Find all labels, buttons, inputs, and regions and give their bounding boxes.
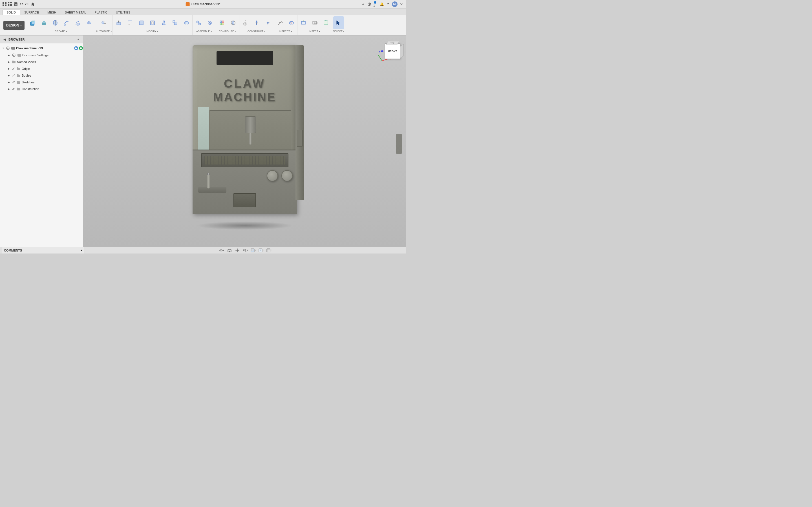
construction-vis-icon[interactable] [11,87,15,91]
new-tab-button[interactable]: + [361,2,365,6]
browser-item-construction[interactable]: ▶ Construction [0,86,83,93]
configure-tool2[interactable] [228,16,239,29]
sweep-tool[interactable] [61,16,72,29]
redo-button[interactable] [25,2,29,6]
zoom-button[interactable]: ▾ [242,247,248,253]
grid-icon[interactable] [2,2,7,6]
display-mode-button[interactable]: ▾ [250,247,256,253]
axis-tool[interactable] [251,16,262,29]
svg-line-88 [378,55,382,61]
construct-label[interactable]: CONSTRUCT ▾ [248,30,266,33]
tab-solid[interactable]: SOLID [2,10,20,15]
browser-item-sketches[interactable]: ▶ Sketches [0,79,83,86]
root-item[interactable]: ▾ Claw machine v13 [0,45,83,52]
automate-tool1[interactable] [98,16,109,29]
viewport-settings-button[interactable]: ▾ [218,247,225,253]
point-tool[interactable] [262,16,273,29]
sketches-toggle[interactable]: ▶ [7,80,11,84]
browser-add-button[interactable]: + [76,37,81,42]
combine-tool[interactable] [181,16,192,29]
named-views-toggle[interactable]: ▶ [7,60,11,64]
construction-toggle[interactable]: ▶ [7,87,11,91]
mirror-tool[interactable] [84,16,94,29]
viewport[interactable]: CLAW MACHINE [83,36,406,247]
origin-toggle[interactable]: ▶ [7,67,11,71]
main-area: ◀ BROWSER + ▾ Claw machine v [0,36,406,247]
shell-tool[interactable] [147,16,158,29]
insert-label[interactable]: INSERT ▾ [309,30,320,33]
select-label[interactable]: SELECT ▾ [333,30,345,33]
visual-style-button[interactable]: ▾ [258,247,264,253]
collapse-button[interactable]: ◀ [2,37,7,42]
fillet-tool[interactable] [124,16,135,29]
plane-tool[interactable] [240,16,251,29]
svg-point-28 [77,21,79,22]
viewcube-top-face[interactable]: TOP [386,41,399,45]
configure-label[interactable]: CONFIGURE ▾ [219,30,236,33]
bodies-vis-icon[interactable] [11,73,15,77]
claw-machine-model: CLAW MACHINE [191,40,298,226]
interference-tool[interactable] [286,16,297,29]
revolve-tool[interactable] [50,16,61,29]
update-icon[interactable] [367,2,371,6]
origin-vis-icon[interactable] [11,67,15,71]
tab-utilities[interactable]: UTILITIES [112,10,135,15]
design-button[interactable]: DESIGN ▾ [3,21,24,30]
comments-add-button[interactable]: + [81,249,82,252]
bodies-toggle[interactable]: ▶ [7,73,11,77]
help-icon[interactable]: ? [386,2,390,6]
insert-canvas-tool[interactable] [298,16,309,29]
browser-item-document-settings[interactable]: ▶ Document Settings [0,52,83,59]
insert-svg-tool[interactable] [320,16,331,29]
modify-label[interactable]: MODIFY ▾ [147,30,158,33]
joint-tool[interactable] [193,16,204,29]
create-label[interactable]: CREATE ▾ [55,30,67,33]
assemble-label[interactable]: ASSEMBLE ▾ [196,30,212,33]
tab-mesh[interactable]: MESH [43,10,61,15]
app-title: Claw machine v13* [186,2,220,6]
tab-surface[interactable]: SURFACE [20,10,43,15]
viewcube-front-face[interactable]: FRONT [385,43,400,59]
scale-tool[interactable] [170,16,181,29]
machine-text-machine: MACHINE [213,91,276,104]
close-button[interactable]: ✕ [399,2,404,6]
select-tool[interactable] [333,16,344,29]
chamfer-tool[interactable] [136,16,147,29]
sketches-vis-icon[interactable] [11,80,15,84]
motion-tool[interactable] [204,16,215,29]
viewcube-right-face[interactable] [400,44,404,58]
doc-settings-toggle[interactable]: ▶ [7,53,11,57]
measure-tool[interactable]: mm [274,16,285,29]
configure-tool1[interactable] [216,16,227,29]
tab-sheet-metal[interactable]: SHEET METAL [61,10,90,15]
browser-item-origin[interactable]: ▶ Origin [0,65,83,72]
home-button[interactable] [31,2,35,6]
inspect-label[interactable]: INSPECT ▾ [279,30,292,33]
loft-tool[interactable] [72,16,83,29]
viewcube-front-label: FRONT [388,50,397,53]
new-body-tool[interactable] [28,16,38,29]
settings-icon [11,53,16,57]
undo-button[interactable] [19,2,24,6]
notification-icon[interactable]: 🔔 [379,2,384,6]
browser-item-bodies[interactable]: ▶ Bodies [0,72,83,79]
root-vis-icon[interactable] [6,46,10,50]
root-toggle[interactable]: ▾ [1,46,5,50]
pan-button[interactable] [234,247,241,253]
automate-label[interactable]: AUTOMATE ▾ [96,30,112,33]
save-button[interactable] [13,2,18,6]
tab-plastic[interactable]: PLASTIC [90,10,112,15]
user-count-icon[interactable]: 👤1 [373,2,378,6]
svg-rect-51 [220,21,221,22]
grid-display-button[interactable]: ▾ [266,247,272,253]
select-label-text: SELECT ▾ [333,30,345,33]
camera-button[interactable] [226,247,233,253]
draft-tool[interactable] [158,16,169,29]
apps-icon[interactable] [8,2,12,6]
profile-button[interactable]: AL [392,1,398,7]
browser-item-named-views[interactable]: ▶ Named Views [0,59,83,65]
press-pull-tool[interactable] [113,16,124,29]
extrude-tool[interactable] [39,16,49,29]
svg-rect-4 [8,2,9,3]
insert-mesh-tool[interactable]: SVG [309,16,320,29]
